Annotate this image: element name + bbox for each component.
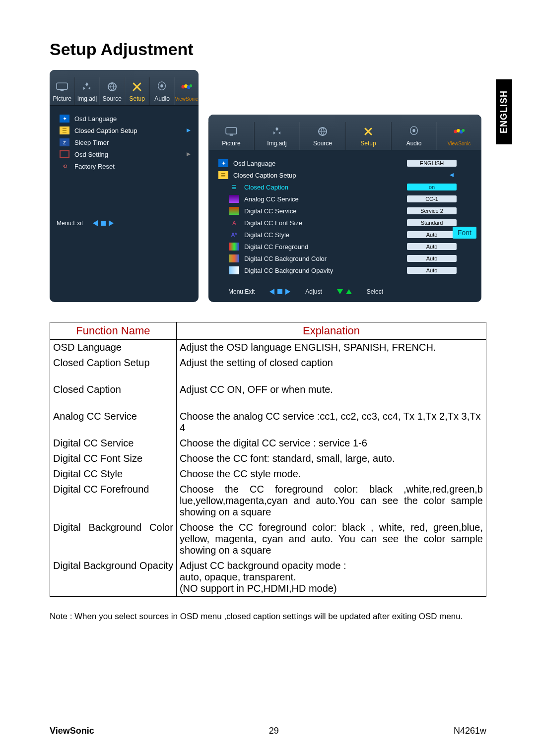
imgadj-icon — [270, 125, 284, 138]
menu-item-cc-setup[interactable]: ☰Closed Caption Setup — [213, 169, 462, 181]
menu-label: Osd Setting — [74, 151, 180, 158]
note-text: Note : When you select sources in OSD me… — [50, 612, 486, 622]
tab-source[interactable]: Source — [100, 77, 125, 105]
tab-source[interactable]: Source — [300, 122, 345, 150]
svg-rect-11 — [226, 127, 237, 134]
menu-item-factory-reset[interactable]: ⟲Factory Reset — [55, 160, 199, 172]
menu-value: ENGLISH — [407, 160, 457, 167]
tab-audio[interactable]: Audio — [391, 122, 437, 150]
tab-picture[interactable]: Picture — [50, 77, 74, 105]
tab-audio[interactable]: Audio — [149, 77, 174, 105]
cc-icon: ☰ — [60, 126, 69, 134]
menu-label: Digital CC Font Size — [244, 219, 402, 227]
menu-value: Standard — [407, 219, 457, 226]
tab-picture[interactable]: Picture — [208, 122, 254, 150]
tab-imgadj[interactable]: Img.adj — [74, 77, 99, 105]
svg-marker-20 — [450, 173, 454, 177]
menu-item-closed-caption[interactable]: ☰Closed Captionon — [224, 181, 462, 193]
collapse-icon — [448, 172, 457, 179]
nav-arrows — [93, 220, 114, 226]
fore-icon — [229, 243, 239, 251]
footer-brand: ViewSonic — [50, 726, 94, 736]
menu-item-osd-setting[interactable]: Osd Setting — [55, 148, 199, 160]
table-cell-function: Analog CC Service — [50, 409, 177, 436]
cc-sub-icon: ☰ — [229, 183, 239, 191]
menu-item-osd-language[interactable]: ✦Osd Language — [55, 113, 199, 125]
tab-label: Source — [103, 95, 122, 102]
nav-arrows — [269, 289, 290, 295]
tab-label: Picture — [53, 95, 71, 102]
language-side-tab: ENGLISH — [496, 79, 512, 144]
osd-left-panel: Picture Img.adj Source Setup Audio ViewS… — [50, 70, 199, 302]
menu-label: Factory Reset — [74, 163, 194, 170]
audio-icon — [407, 125, 421, 138]
menu-label: Closed Caption Setup — [74, 127, 180, 134]
menu-item-digital-cc-fontsize[interactable]: ADigital CC Font SizeStandard — [224, 217, 462, 229]
expand-icon — [185, 127, 194, 134]
osd-screenshots: Picture Img.adj Source Setup Audio ViewS… — [50, 70, 486, 302]
style-icon: Aᴬ — [229, 231, 239, 239]
svg-point-19 — [462, 129, 465, 132]
table-cell-explanation: Choose the CC font: standard, small, lar… — [176, 451, 486, 466]
osd-tabs: Picture Img.adj Source Setup Audio ViewS… — [50, 70, 199, 106]
svg-rect-0 — [57, 83, 67, 89]
osd-tabs: Picture Img.adj Source Setup Audio ViewS… — [208, 115, 481, 150]
menu-label: Osd Language — [233, 160, 402, 167]
page-footer: ViewSonic 29 N4261w — [50, 726, 486, 736]
menu-item-analog-cc[interactable]: Analog CC ServiceCC-1 — [224, 193, 462, 205]
tab-imgadj[interactable]: Img.adj — [254, 122, 300, 150]
tab-label: Img.adj — [267, 140, 286, 147]
tab-setup[interactable]: Setup — [345, 122, 391, 150]
menu-item-sleep-timer[interactable]: zSleep Timer — [55, 136, 199, 148]
source-icon — [316, 125, 330, 138]
menu-value: Auto — [407, 267, 457, 274]
table-cell-explanation: Adjust CC background opacity mode : auto… — [176, 558, 486, 597]
menu-item-cc-setup[interactable]: ☰Closed Caption Setup — [55, 125, 199, 136]
menu-label: Digital CC Background Color — [244, 255, 402, 262]
menu-value: Auto — [407, 243, 457, 250]
setup-icon — [361, 125, 375, 138]
menu-item-digital-cc-fore[interactable]: Digital CC ForegroundAuto — [224, 241, 462, 252]
footer-adjust: Adjust — [305, 288, 322, 295]
tab-label: Source — [313, 140, 332, 147]
menu-item-osd-language[interactable]: ✦Osd LanguageENGLISH — [213, 157, 462, 169]
menu-item-digital-cc-bgcolor[interactable]: Digital CC Background ColorAuto — [224, 252, 462, 264]
menu-item-digital-cc-opacity[interactable]: Digital CC Background OpavityAuto — [224, 264, 462, 276]
tab-label: Picture — [222, 140, 240, 147]
menu-label: Osd Language — [74, 115, 194, 123]
reset-icon: ⟲ — [60, 162, 69, 170]
svg-point-15 — [412, 129, 415, 132]
menu-label: Digital CC Service — [244, 207, 402, 215]
opacity-icon — [229, 266, 239, 274]
osd-body: ✦Osd Language ☰Closed Caption Setup zSle… — [50, 106, 199, 215]
tooltip-font: Font — [453, 227, 476, 239]
table-cell-function: Digital CC Forefround — [50, 482, 177, 520]
analog-icon — [229, 195, 239, 203]
table-header-explanation: Explanation — [176, 322, 486, 340]
osdset-icon — [60, 150, 69, 158]
menu-value: Auto — [407, 255, 457, 262]
table-cell-explanation: Adjust the OSD language ENGLISH, SPANISH… — [176, 340, 486, 356]
table-cell-explanation: Choose the digital CC service : service … — [176, 436, 486, 451]
svg-point-4 — [161, 84, 164, 87]
picture-icon — [55, 80, 69, 93]
menu-value: Auto — [407, 231, 457, 238]
table-cell-explanation: Choose the CC style mode. — [176, 466, 486, 482]
svg-point-8 — [189, 84, 192, 87]
table-cell-explanation: Choose the analog CC service :cc1, cc2, … — [176, 409, 486, 436]
tab-label: Audio — [154, 95, 170, 102]
menu-item-digital-cc-style[interactable]: AᴬDigital CC StyleAuto — [224, 229, 462, 241]
sleep-icon: z — [60, 138, 69, 146]
tab-setup[interactable]: Setup — [125, 77, 149, 105]
osd-footer: Menu:Exit Adjust Select — [208, 283, 481, 302]
tab-label: Setup — [129, 95, 144, 102]
viewsonic-icon — [180, 80, 194, 93]
bgcolor-icon — [229, 254, 239, 262]
menu-item-digital-cc-service[interactable]: Digital CC ServiceService 2 — [224, 205, 462, 217]
table-cell-function: Closed Caption Setup — [50, 355, 177, 382]
table-cell-function: Digital CC Font Size — [50, 451, 177, 466]
svg-marker-9 — [187, 128, 191, 132]
footer-model: N4261w — [454, 726, 486, 736]
table-cell-explanation: Choose the CC foreground color: black , … — [176, 520, 486, 558]
lang-icon: ✦ — [218, 159, 228, 167]
